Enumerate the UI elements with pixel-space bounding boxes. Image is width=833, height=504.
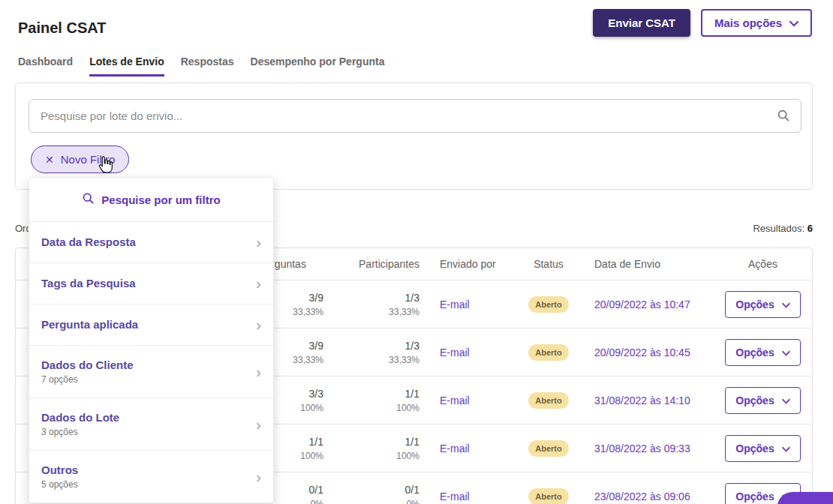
chevron-right-icon: ›: [256, 276, 261, 291]
chevron-right-icon: ›: [256, 470, 261, 484]
participantes-value: 1/1: [338, 436, 420, 448]
filter-item-data-da-resposta[interactable]: Data da Resposta ›: [29, 222, 273, 263]
participantes-pct: 33,33%: [338, 307, 420, 317]
status-badge: Aberto: [528, 344, 568, 361]
data-envio-value: 20/09/2022 às 10:47: [582, 298, 714, 310]
header-actions: Enviar CSAT Mais opções: [593, 9, 812, 37]
status-badge: Aberto: [528, 296, 568, 313]
participantes-pct: 0%: [338, 499, 420, 504]
search-icon: [777, 109, 790, 125]
enviado-por-value: E-mail: [440, 442, 515, 454]
enviado-por-value: E-mail: [440, 346, 515, 358]
filter-item-pergunta-aplicada[interactable]: Pergunta aplicada ›: [29, 304, 273, 346]
chevron-right-icon: ›: [256, 235, 261, 250]
novo-filtro-label: Novo Filtro: [61, 153, 116, 166]
opcoes-button[interactable]: Opções: [725, 387, 800, 414]
filter-search-label: Pesquise por um filtro: [101, 194, 220, 206]
chevron-right-icon: ›: [256, 417, 261, 432]
filter-item-tags-da-pesquisa[interactable]: Tags da Pesquisa ›: [29, 263, 273, 304]
participantes-value: 1/3: [338, 340, 420, 352]
search-input-wrapper: [29, 99, 801, 133]
mais-opcoes-label: Mais opções: [714, 16, 782, 29]
floating-action-button[interactable]: [777, 492, 833, 504]
tab-lotes-de-envio[interactable]: Lotes de Envio: [89, 56, 164, 76]
col-header-data-envio: Data de Envio: [582, 258, 714, 270]
opcoes-button[interactable]: Opções: [725, 291, 800, 318]
search-icon: [82, 192, 95, 207]
opcoes-button[interactable]: Opções: [725, 339, 800, 366]
filter-item-outros[interactable]: Outros5 opções ›: [29, 451, 273, 502]
chevron-down-icon: [782, 442, 790, 454]
participantes-pct: 100%: [338, 451, 420, 461]
search-filter-card: ✕ Novo Filtro: [15, 82, 813, 190]
chevron-right-icon: ›: [256, 364, 261, 380]
page-title: Painel CSAT: [18, 20, 106, 37]
participantes-pct: 33,33%: [338, 355, 420, 365]
filter-search-option[interactable]: Pesquise por um filtro: [29, 178, 273, 222]
data-envio-value: 31/08/2022 às 14:10: [582, 394, 714, 406]
filter-dropdown-menu: Pesquise por um filtro Data da Resposta …: [29, 177, 274, 503]
tab-desempenho-por-pergunta[interactable]: Desempenho por Pergunta: [251, 56, 385, 76]
enviado-por-value: E-mail: [440, 298, 515, 310]
close-icon: ✕: [45, 154, 54, 165]
data-envio-value: 31/08/2022 às 09:33: [582, 442, 714, 454]
search-input[interactable]: [29, 99, 801, 133]
status-badge: Aberto: [528, 488, 568, 504]
enviado-por-value: E-mail: [440, 394, 515, 406]
participantes-value: 1/1: [338, 388, 420, 400]
tab-bar: Dashboard Lotes de Envio Respostas Desem…: [18, 56, 384, 76]
enviado-por-value: E-mail: [440, 490, 515, 502]
participantes-value: 1/3: [338, 292, 420, 304]
data-envio-value: 20/09/2022 às 10:45: [582, 346, 714, 358]
status-badge: Aberto: [528, 440, 568, 457]
tab-dashboard[interactable]: Dashboard: [18, 56, 73, 76]
opcoes-button[interactable]: Opções: [725, 435, 800, 462]
participantes-pct: 100%: [338, 403, 420, 413]
tab-respostas[interactable]: Respostas: [181, 56, 234, 76]
enviar-csat-button[interactable]: Enviar CSAT: [593, 9, 690, 37]
col-header-enviado-por: Enviado por: [440, 258, 515, 270]
chevron-right-icon: ›: [256, 317, 261, 332]
filter-item-dados-do-lote[interactable]: Dados do Lote3 opções ›: [29, 398, 273, 451]
col-header-acoes: Ações: [714, 258, 812, 270]
chevron-down-icon: [782, 346, 790, 358]
novo-filtro-chip[interactable]: ✕ Novo Filtro: [31, 146, 129, 173]
col-header-participantes: Participantes: [338, 258, 440, 270]
participantes-value: 0/1: [338, 484, 420, 496]
status-badge: Aberto: [528, 392, 568, 409]
filter-item-dados-do-cliente[interactable]: Dados do Cliente7 opções ›: [29, 346, 273, 398]
chevron-down-icon: [782, 298, 790, 310]
col-header-status: Status: [515, 258, 582, 270]
mais-opcoes-button[interactable]: Mais opções: [701, 9, 812, 37]
data-envio-value: 23/08/2022 às 09:06: [582, 490, 714, 502]
results-count: Resultados: 6: [753, 223, 813, 234]
chevron-down-icon: [789, 16, 798, 29]
chevron-down-icon: [782, 394, 790, 406]
